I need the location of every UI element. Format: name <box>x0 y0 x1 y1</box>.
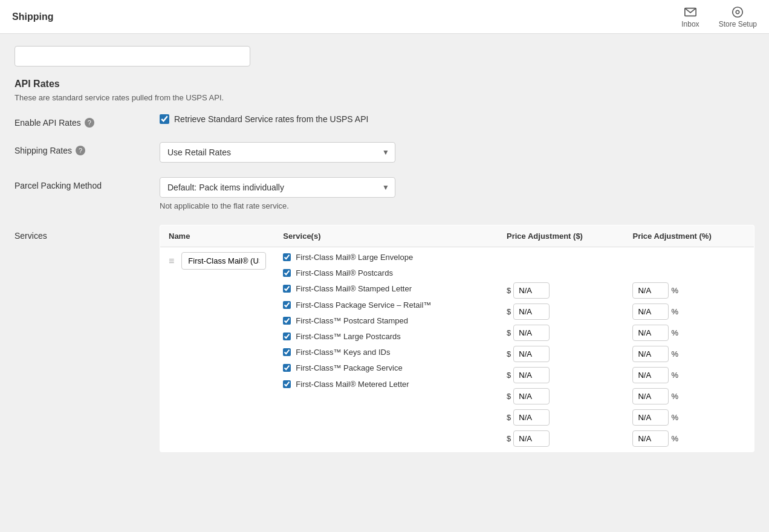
service-checkbox[interactable] <box>283 253 291 261</box>
row-name-inner: ≡ <box>169 252 266 270</box>
list-item: First-Class Mail® Stamped Letter <box>283 284 490 294</box>
services-table-body: ≡ First-Class Mail® Large Envelope First… <box>160 247 754 452</box>
currency-prefix: $ <box>507 349 511 358</box>
service-label: First-Class™ Large Postcards <box>296 331 400 342</box>
shipping-rates-label-col: Shipping Rates ? <box>15 142 160 155</box>
col-header-price-pct: Price Adjustment (%) <box>624 225 754 247</box>
services-table-col: Name Service(s) Price Adjustment ($) Pri… <box>160 225 754 452</box>
list-item: First-Class Package Service – Retail™ <box>283 300 490 311</box>
parcel-packing-select-wrapper: Default: Pack items individually Pack in… <box>160 177 395 198</box>
enable-api-rates-label: Enable API Rates <box>15 118 81 128</box>
price-pct-input-row: % <box>632 409 745 426</box>
pct-suffix: % <box>671 413 678 422</box>
price-dollar-input[interactable] <box>513 430 550 447</box>
price-pct-input[interactable] <box>632 325 669 341</box>
services-table: Name Service(s) Price Adjustment ($) Pri… <box>160 225 754 452</box>
enable-api-rates-checkbox[interactable] <box>160 114 169 124</box>
currency-prefix: $ <box>507 413 511 422</box>
col-header-services: Service(s) <box>274 225 498 247</box>
price-dollar-input[interactable] <box>513 346 550 362</box>
price-pct-input[interactable] <box>632 303 669 320</box>
price-dollar-input[interactable] <box>513 409 550 426</box>
enable-api-rates-checkbox-row: Retrieve Standard Service rates from the… <box>160 114 754 124</box>
row-name-input[interactable] <box>181 252 266 270</box>
top-search-input[interactable] <box>15 46 250 66</box>
drag-handle-icon[interactable]: ≡ <box>169 256 174 267</box>
price-input-row: $ <box>507 282 615 299</box>
service-list: First-Class Mail® Large Envelope First-C… <box>283 252 490 390</box>
price-pct-input-row: % <box>632 430 745 447</box>
price-pct-input[interactable] <box>632 430 669 447</box>
price-input-row: $ <box>507 367 615 383</box>
currency-prefix: $ <box>507 434 511 443</box>
service-checkbox[interactable] <box>283 269 291 277</box>
row-services-cell: First-Class Mail® Large Envelope First-C… <box>274 247 498 452</box>
price-pct-input[interactable] <box>632 409 669 426</box>
price-dollar-input[interactable] <box>513 325 550 341</box>
list-item: First-Class™ Postcard Stamped <box>283 316 490 326</box>
price-input-row: $ <box>507 303 615 320</box>
price-dollar-inputs: $ $ $ $ $ <box>507 252 615 447</box>
shipping-rates-help-icon[interactable]: ? <box>76 146 85 155</box>
store-setup-label: Store Setup <box>719 20 757 28</box>
price-pct-input[interactable] <box>632 367 669 383</box>
service-checkbox[interactable] <box>283 285 291 293</box>
price-pct-input-row: % <box>632 282 745 299</box>
price-dollar-input[interactable] <box>513 303 550 320</box>
shipping-rates-select-wrapper: Use Retail Rates Use Commercial Rates Us… <box>160 142 395 163</box>
enable-api-rates-checkbox-label: Retrieve Standard Service rates from the… <box>174 114 368 124</box>
list-item: First-Class™ Large Postcards <box>283 331 490 342</box>
service-checkbox[interactable] <box>283 332 291 340</box>
price-pct-input-row: % <box>632 367 745 383</box>
price-dollar-spacer <box>507 253 615 277</box>
price-pct-input[interactable] <box>632 346 669 362</box>
price-input-row: $ <box>507 388 615 404</box>
service-label: First-Class Mail® Large Envelope <box>296 252 413 263</box>
price-pct-input-row: % <box>632 388 745 404</box>
top-navigation: Shipping Inbox Store Setup <box>0 0 769 34</box>
shipping-rates-select[interactable]: Use Retail Rates Use Commercial Rates Us… <box>160 142 395 163</box>
enable-api-rates-help-icon[interactable]: ? <box>85 118 94 128</box>
col-header-price-dollar: Price Adjustment ($) <box>498 225 624 247</box>
price-pct-input[interactable] <box>632 388 669 404</box>
inbox-icon <box>684 5 697 19</box>
api-rates-title: API Rates <box>15 79 754 89</box>
shipping-rates-label: Shipping Rates <box>15 146 72 155</box>
store-setup-nav-item[interactable]: Store Setup <box>719 5 757 28</box>
price-dollar-input[interactable] <box>513 282 550 299</box>
service-label: First-Class Mail® Metered Letter <box>296 379 409 390</box>
api-rates-desc: These are standard service rates pulled … <box>15 93 754 102</box>
parcel-packing-helper: Not applicable to the flat rate service. <box>160 201 754 210</box>
table-row: ≡ First-Class Mail® Large Envelope First… <box>160 247 754 452</box>
service-label: First-Class Mail® Stamped Letter <box>296 284 412 294</box>
shipping-rates-row: Shipping Rates ? Use Retail Rates Use Co… <box>15 142 754 163</box>
currency-prefix: $ <box>507 392 511 401</box>
service-checkbox[interactable] <box>283 364 291 372</box>
svg-point-1 <box>733 7 743 17</box>
service-checkbox[interactable] <box>283 380 291 388</box>
service-label: First-Class™ Postcard Stamped <box>296 316 408 326</box>
list-item: First-Class™ Keys and IDs <box>283 347 490 358</box>
service-label: First-Class Package Service – Retail™ <box>296 300 431 311</box>
price-dollar-cell: $ $ $ $ $ <box>498 247 624 452</box>
parcel-packing-label-col: Parcel Packing Method <box>15 177 160 190</box>
price-pct-input-row: % <box>632 303 745 320</box>
pct-suffix: % <box>671 286 678 295</box>
list-item: First-Class Mail® Large Envelope <box>283 252 490 263</box>
parcel-packing-select[interactable]: Default: Pack items individually Pack in… <box>160 177 395 198</box>
inbox-nav-item[interactable]: Inbox <box>681 5 699 28</box>
service-checkbox[interactable] <box>283 317 291 325</box>
main-content: API Rates These are standard service rat… <box>0 34 769 464</box>
service-checkbox[interactable] <box>283 301 291 309</box>
list-item: First-Class Mail® Postcards <box>283 268 490 279</box>
top-input-row <box>15 46 754 66</box>
price-pct-cell: % % % % % <box>624 247 754 452</box>
currency-prefix: $ <box>507 371 511 380</box>
row-name-cell: ≡ <box>160 247 275 452</box>
service-label: First-Class Mail® Postcards <box>296 268 393 279</box>
pct-suffix: % <box>671 371 678 380</box>
price-dollar-input[interactable] <box>513 367 550 383</box>
price-pct-input[interactable] <box>632 282 669 299</box>
price-dollar-input[interactable] <box>513 388 550 404</box>
service-checkbox[interactable] <box>283 348 291 356</box>
